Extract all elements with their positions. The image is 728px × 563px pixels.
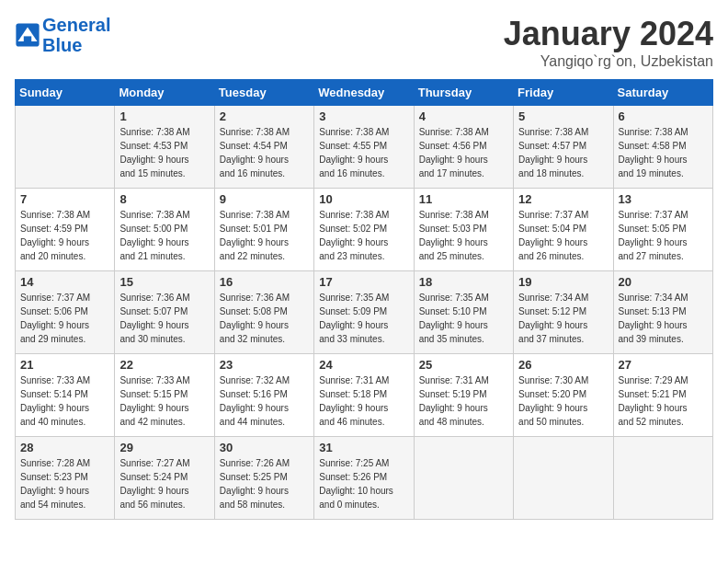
calendar-week-row: 21Sunrise: 7:33 AMSunset: 5:14 PMDayligh… [16, 354, 713, 437]
calendar-cell: 4Sunrise: 7:38 AMSunset: 4:56 PMDaylight… [414, 106, 513, 189]
day-info: Sunrise: 7:38 AMSunset: 4:55 PMDaylight:… [319, 125, 408, 180]
day-number: 4 [419, 109, 508, 123]
calendar-cell: 2Sunrise: 7:38 AMSunset: 4:54 PMDaylight… [214, 106, 313, 189]
calendar-cell: 29Sunrise: 7:27 AMSunset: 5:24 PMDayligh… [115, 437, 214, 520]
day-number: 9 [220, 192, 309, 206]
day-number: 21 [20, 358, 109, 372]
day-info: Sunrise: 7:26 AMSunset: 5:25 PMDaylight:… [220, 456, 309, 511]
day-info: Sunrise: 7:38 AMSunset: 4:56 PMDaylight:… [419, 125, 508, 180]
day-info: Sunrise: 7:38 AMSunset: 4:53 PMDaylight:… [119, 125, 209, 180]
calendar-cell [514, 437, 613, 520]
calendar-cell: 12Sunrise: 7:37 AMSunset: 5:04 PMDayligh… [514, 189, 613, 271]
day-info: Sunrise: 7:25 AMSunset: 5:26 PMDaylight:… [319, 456, 408, 511]
day-number: 25 [419, 358, 508, 372]
day-number: 10 [319, 192, 408, 206]
calendar-cell: 27Sunrise: 7:29 AMSunset: 5:21 PMDayligh… [613, 354, 712, 437]
day-info: Sunrise: 7:36 AMSunset: 5:07 PMDaylight:… [119, 291, 209, 346]
day-info: Sunrise: 7:35 AMSunset: 5:09 PMDaylight:… [319, 291, 408, 346]
day-number: 24 [319, 358, 408, 372]
calendar-cell [16, 106, 115, 189]
calendar-cell: 10Sunrise: 7:38 AMSunset: 5:02 PMDayligh… [314, 189, 414, 271]
day-info: Sunrise: 7:38 AMSunset: 5:03 PMDaylight:… [419, 208, 508, 263]
calendar-cell: 14Sunrise: 7:37 AMSunset: 5:06 PMDayligh… [16, 271, 115, 354]
svg-rect-2 [24, 36, 31, 41]
day-info: Sunrise: 7:33 AMSunset: 5:14 PMDaylight:… [20, 373, 109, 429]
calendar-cell: 18Sunrise: 7:35 AMSunset: 5:10 PMDayligh… [414, 271, 513, 354]
day-number: 13 [619, 192, 708, 206]
day-info: Sunrise: 7:31 AMSunset: 5:19 PMDaylight:… [419, 373, 508, 429]
header-tuesday: Tuesday [214, 80, 313, 106]
day-info: Sunrise: 7:29 AMSunset: 5:21 PMDaylight:… [619, 373, 708, 429]
day-info: Sunrise: 7:33 AMSunset: 5:15 PMDaylight:… [119, 373, 209, 429]
calendar-cell: 26Sunrise: 7:30 AMSunset: 5:20 PMDayligh… [514, 354, 613, 437]
logo-line1: General [42, 15, 110, 35]
day-number: 23 [220, 358, 309, 372]
day-number: 31 [319, 441, 408, 454]
page-header: General Blue January 2024 Yangiqo`rg`on,… [15, 15, 713, 70]
day-number: 19 [518, 275, 608, 289]
day-number: 7 [20, 192, 109, 206]
day-info: Sunrise: 7:27 AMSunset: 5:24 PMDaylight:… [119, 456, 209, 511]
calendar-cell: 22Sunrise: 7:33 AMSunset: 5:15 PMDayligh… [115, 354, 214, 437]
logo-icon [15, 22, 40, 48]
day-number: 2 [220, 109, 309, 123]
day-number: 12 [518, 192, 608, 206]
calendar-cell: 13Sunrise: 7:37 AMSunset: 5:05 PMDayligh… [613, 189, 712, 271]
day-number: 27 [619, 358, 708, 372]
day-number: 26 [518, 358, 608, 372]
day-number: 18 [419, 275, 508, 289]
day-info: Sunrise: 7:34 AMSunset: 5:12 PMDaylight:… [518, 291, 608, 346]
location-title: Yangiqo`rg`on, Uzbekistan [504, 53, 713, 70]
calendar-cell: 21Sunrise: 7:33 AMSunset: 5:14 PMDayligh… [16, 354, 115, 437]
calendar-cell: 9Sunrise: 7:38 AMSunset: 5:01 PMDaylight… [214, 189, 313, 271]
day-number: 17 [319, 275, 408, 289]
calendar-cell: 24Sunrise: 7:31 AMSunset: 5:18 PMDayligh… [314, 354, 414, 437]
calendar-cell [414, 437, 513, 520]
day-number: 14 [20, 275, 109, 289]
day-info: Sunrise: 7:37 AMSunset: 5:04 PMDaylight:… [518, 208, 608, 263]
day-number: 3 [319, 109, 408, 123]
calendar-cell: 5Sunrise: 7:38 AMSunset: 4:57 PMDaylight… [514, 106, 613, 189]
day-number: 1 [119, 109, 209, 123]
calendar-week-row: 1Sunrise: 7:38 AMSunset: 4:53 PMDaylight… [16, 106, 713, 189]
calendar-cell: 20Sunrise: 7:34 AMSunset: 5:13 PMDayligh… [613, 271, 712, 354]
calendar-cell: 19Sunrise: 7:34 AMSunset: 5:12 PMDayligh… [514, 271, 613, 354]
day-info: Sunrise: 7:30 AMSunset: 5:20 PMDaylight:… [518, 373, 608, 429]
calendar-cell: 31Sunrise: 7:25 AMSunset: 5:26 PMDayligh… [314, 437, 414, 520]
header-saturday: Saturday [613, 80, 712, 106]
header-monday: Monday [115, 80, 214, 106]
calendar-cell: 25Sunrise: 7:31 AMSunset: 5:19 PMDayligh… [414, 354, 513, 437]
header-sunday: Sunday [16, 80, 115, 106]
calendar-week-row: 28Sunrise: 7:28 AMSunset: 5:23 PMDayligh… [16, 437, 713, 520]
day-number: 5 [518, 109, 608, 123]
calendar-cell: 6Sunrise: 7:38 AMSunset: 4:58 PMDaylight… [613, 106, 712, 189]
day-number: 8 [119, 192, 209, 206]
calendar-cell [613, 437, 712, 520]
day-number: 28 [20, 441, 109, 454]
logo: General Blue [15, 15, 110, 55]
calendar-cell: 28Sunrise: 7:28 AMSunset: 5:23 PMDayligh… [16, 437, 115, 520]
logo-text: General Blue [42, 15, 110, 55]
calendar-cell: 23Sunrise: 7:32 AMSunset: 5:16 PMDayligh… [214, 354, 313, 437]
day-number: 20 [619, 275, 708, 289]
day-number: 30 [220, 441, 309, 454]
calendar-cell: 30Sunrise: 7:26 AMSunset: 5:25 PMDayligh… [214, 437, 313, 520]
calendar-week-row: 7Sunrise: 7:38 AMSunset: 4:59 PMDaylight… [16, 189, 713, 271]
calendar-cell: 1Sunrise: 7:38 AMSunset: 4:53 PMDaylight… [115, 106, 214, 189]
calendar-week-row: 14Sunrise: 7:37 AMSunset: 5:06 PMDayligh… [16, 271, 713, 354]
day-info: Sunrise: 7:34 AMSunset: 5:13 PMDaylight:… [619, 291, 708, 346]
calendar-table: SundayMondayTuesdayWednesdayThursdayFrid… [15, 79, 713, 520]
day-number: 6 [619, 109, 708, 123]
month-title: January 2024 [504, 15, 713, 53]
day-info: Sunrise: 7:38 AMSunset: 4:57 PMDaylight:… [518, 125, 608, 180]
day-info: Sunrise: 7:36 AMSunset: 5:08 PMDaylight:… [220, 291, 309, 346]
day-number: 22 [119, 358, 209, 372]
header-wednesday: Wednesday [314, 80, 414, 106]
header-thursday: Thursday [414, 80, 513, 106]
calendar-header-row: SundayMondayTuesdayWednesdayThursdayFrid… [16, 80, 713, 106]
day-number: 16 [220, 275, 309, 289]
calendar-cell: 15Sunrise: 7:36 AMSunset: 5:07 PMDayligh… [115, 271, 214, 354]
day-info: Sunrise: 7:35 AMSunset: 5:10 PMDaylight:… [419, 291, 508, 346]
day-info: Sunrise: 7:38 AMSunset: 5:01 PMDaylight:… [220, 208, 309, 263]
calendar-cell: 17Sunrise: 7:35 AMSunset: 5:09 PMDayligh… [314, 271, 414, 354]
